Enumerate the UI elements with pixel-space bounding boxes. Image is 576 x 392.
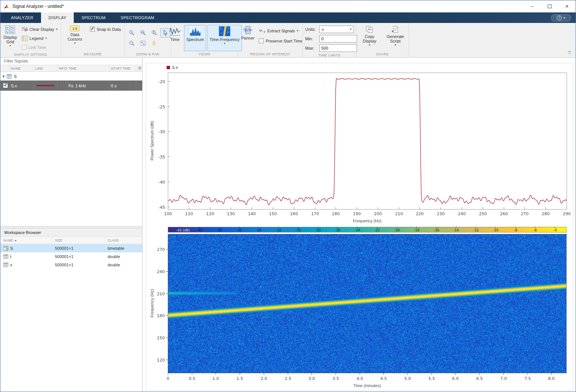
signal-checkbox[interactable] — [3, 83, 8, 88]
tab-spectrogram[interactable]: SPECTROGRAM — [113, 12, 162, 23]
tab-analyzer[interactable]: ANALYZER — [3, 12, 41, 23]
spectrogram-plot[interactable] — [143, 227, 575, 392]
section-label-measure: MEASURE — [61, 52, 124, 57]
legend-label: Legend — [30, 36, 44, 41]
section-label-views: VIEWS — [171, 52, 238, 57]
snap-to-data-row[interactable]: Snap to Data — [88, 25, 122, 33]
snap-to-data-checkbox[interactable] — [90, 27, 95, 32]
display-grid-label: Display Grid — [3, 35, 17, 44]
time-frequency-view-button[interactable]: Time-Frequency ▾ — [207, 25, 242, 51]
maximize-button[interactable] — [541, 0, 558, 12]
spectrum-ylabel: Power Spectrum (dB) — [150, 121, 154, 160]
wb-row-class: timetable — [105, 246, 142, 251]
max-label: Max: — [305, 46, 318, 50]
zoom-x-icon — [140, 30, 146, 36]
clear-display-button[interactable]: Clear Display ▾ — [20, 25, 59, 33]
clear-display-label: Clear Display — [30, 27, 54, 32]
copy-display-icon — [366, 26, 373, 33]
legend-label: S.x — [172, 65, 178, 70]
filter-signals-input[interactable]: Filter Signals — [0, 58, 142, 65]
display-grid-button[interactable]: Display Grid ▾ — [2, 25, 18, 52]
pan-hand-icon: ✋ — [151, 41, 157, 46]
group-views: Time Spectrum — [171, 23, 238, 57]
preserve-start-time-checkbox[interactable] — [259, 38, 264, 43]
titlebar: Signal Analyzer - untitled* ─ ✕ — [0, 0, 576, 12]
group-zoom-pan: ✋ ZOOM & PAN — [125, 23, 171, 57]
signal-panel: Filter Signals NAME LINE INFO TIME START… — [0, 58, 143, 392]
panner-icon — [243, 26, 253, 35]
wb-col-size[interactable]: SIZE — [52, 237, 105, 244]
legend-icon — [22, 36, 28, 41]
fit-to-view-button[interactable] — [138, 39, 148, 48]
help-icon: ? — [557, 15, 562, 20]
generate-script-button[interactable]: Generate Script ▾ — [384, 25, 407, 51]
copy-display-button[interactable]: Copy Display ▾ — [358, 25, 381, 51]
collapse-ribbon-button[interactable] — [567, 50, 573, 55]
spectrum-view-label: Spectrum — [186, 37, 204, 42]
wb-col-name[interactable]: NAME — [3, 239, 13, 242]
close-button[interactable]: ✕ — [558, 0, 576, 12]
extract-signals-label: Extract Signals — [267, 29, 295, 33]
wb-row-name: S — [10, 246, 13, 251]
signal-group-name: S — [14, 74, 17, 79]
units-select[interactable]: s ▾ — [319, 26, 354, 33]
tree-expand-icon[interactable]: ▾ — [3, 74, 5, 78]
signal-row[interactable]: S.x Fs: 1 kHz 0 s — [0, 81, 142, 91]
workspace-browser-title: Workspace Browser — [0, 228, 142, 237]
col-line[interactable]: LINE — [34, 65, 58, 71]
maximize-icon — [548, 5, 552, 8]
zoom-in-button[interactable] — [126, 28, 137, 38]
spectrum-view-button[interactable]: Spectrum — [184, 25, 206, 51]
legend-button[interactable]: Legend ▾ — [20, 34, 59, 43]
sort-asc-icon: ▲ — [14, 239, 17, 242]
time-view-label: Time — [170, 37, 179, 42]
col-info[interactable]: INFO — [58, 65, 67, 71]
section-label-share: SHARE — [356, 52, 409, 57]
timetable-icon — [3, 246, 8, 251]
signal-analyzer-window: Signal Analyzer - untitled* ─ ✕ ANALYZER… — [0, 0, 576, 392]
minimize-button[interactable]: ─ — [524, 0, 541, 12]
legend-swatch — [167, 66, 170, 69]
units-value: s — [322, 27, 324, 32]
generate-script-label: Generate Script — [385, 34, 406, 43]
col-name[interactable]: NAME — [10, 65, 34, 71]
workspace-header: NAME ▲ SIZE CLASS — [0, 237, 142, 244]
signal-group-row[interactable]: ▾ S — [0, 72, 142, 81]
collapse-ribbon-icon — [567, 51, 572, 55]
zoom-out-button[interactable] — [126, 39, 137, 48]
col-start-time[interactable]: START TIME — [110, 65, 136, 71]
col-time[interactable]: TIME — [67, 65, 110, 71]
tab-display[interactable]: DISPLAY — [41, 12, 74, 23]
signal-line-sample — [37, 85, 54, 86]
caret-down-icon: ▾ — [74, 42, 76, 45]
spectrum-legend[interactable]: S.x — [167, 65, 178, 70]
max-input[interactable] — [319, 44, 357, 52]
zoom-in-y-button[interactable] — [149, 28, 159, 38]
min-input[interactable] — [319, 35, 357, 43]
signal-time: Fs: 1 kHz — [67, 81, 110, 91]
data-cursors-button[interactable]: 2.5 Data Cursors ▾ — [63, 25, 87, 51]
zoom-in-x-button[interactable] — [138, 28, 148, 38]
tab-spectrum[interactable]: SPECTRUM — [74, 12, 113, 23]
help-button[interactable]: ? ▾ — [551, 14, 571, 21]
wb-col-class[interactable]: CLASS — [105, 237, 142, 244]
panner-label: Panner — [241, 36, 254, 40]
signal-start-time: 0 s — [110, 81, 136, 91]
wb-row-size: 500001×1 — [52, 254, 105, 259]
spectrum-plot[interactable] — [143, 58, 575, 227]
caret-down-icon: ▾ — [9, 44, 11, 47]
link-time-label: Link Time — [29, 45, 46, 50]
workspace-row-S[interactable]: S 500001×1 timetable — [0, 244, 142, 252]
tab-strip: ANALYZER DISPLAY SPECTRUM SPECTROGRAM ? … — [0, 12, 576, 23]
preserve-start-time-row[interactable]: Preserve Start Time — [257, 36, 304, 45]
workspace-row-t[interactable]: t 500001×1 double — [0, 252, 142, 261]
plot-area: S.x Power Spectrum (dB) Frequency (Hz) F… — [143, 58, 576, 392]
workspace-row-x[interactable]: x 500001×1 double — [0, 261, 142, 269]
signal-info-cell — [58, 81, 67, 91]
time-view-button[interactable]: Time — [167, 25, 183, 51]
extract-signals-button[interactable]: Extract Signals ▾ — [257, 26, 304, 35]
panner-button[interactable]: Panner — [240, 25, 255, 51]
spectrogram-ylabel: Frequency (Hz) — [150, 289, 154, 318]
table-settings-gear-icon[interactable]: ⚙ — [136, 65, 142, 71]
window-title: Signal Analyzer - untitled* — [12, 4, 524, 9]
